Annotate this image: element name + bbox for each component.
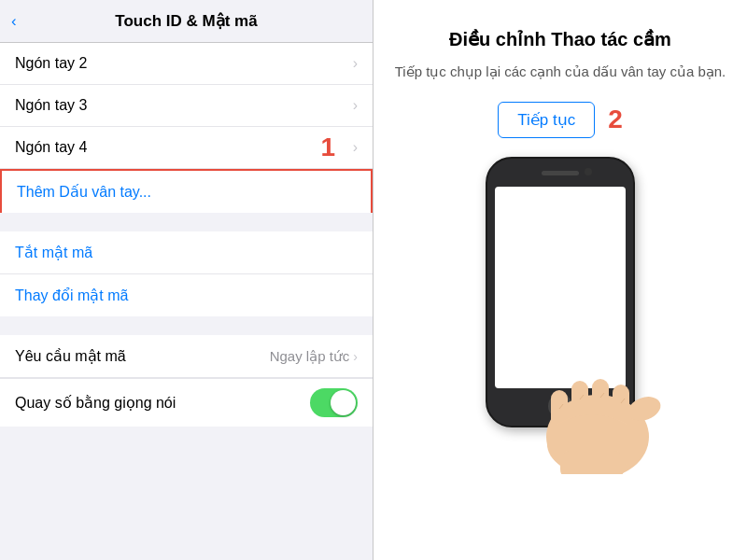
toggle-knob [331, 390, 356, 415]
chevron-icon-2: › [353, 55, 358, 72]
continue-button[interactable]: Tiếp tục [498, 102, 595, 138]
left-panel: ‹ Touch ID & Mật mã Ngón tay 2 › Ngón ta… [0, 0, 374, 560]
fingerprint-item-2[interactable]: Ngón tay 2 › [0, 43, 373, 85]
voice-dial-label: Quay số bằng giọng nói [15, 394, 176, 412]
fingerprint-label-4: Ngón tay 4 [15, 139, 87, 156]
change-passcode-item[interactable]: Thay đổi mật mã [0, 274, 373, 316]
fingerprint-section: Ngón tay 2 › Ngón tay 3 › Ngón tay 4 1 ›… [0, 43, 373, 213]
fingerprint-item-3[interactable]: Ngón tay 3 › [0, 85, 373, 127]
disable-passcode-label: Tắt mật mã [15, 244, 92, 261]
fingerprint-label-3: Ngón tay 3 [15, 97, 87, 114]
right-subtitle: Tiếp tục chụp lại các cạnh của dấu vân t… [395, 62, 726, 83]
nav-header: ‹ Touch ID & Mật mã [0, 0, 373, 43]
phone-camera [585, 168, 592, 175]
phone-illustration [458, 157, 663, 474]
voice-dial-toggle[interactable] [310, 388, 358, 417]
chevron-icon-3: › [353, 97, 358, 114]
fingerprint-item-4[interactable]: Ngón tay 4 1 › [0, 127, 373, 169]
voice-dial-item: Quay số bằng giọng nói [0, 378, 373, 427]
disable-passcode-item[interactable]: Tắt mật mã [0, 231, 373, 274]
right-panel: Điều chỉnh Thao tác cầm Tiếp tục chụp lạ… [374, 0, 747, 560]
change-passcode-label: Thay đổi mật mã [15, 287, 128, 304]
passcode-section: Tắt mật mã Thay đổi mật mã [0, 231, 373, 316]
page-title: Touch ID & Mật mã [115, 11, 257, 31]
section-gap-1 [0, 213, 373, 231]
chevron-icon-passreq: › [353, 349, 358, 364]
continue-wrapper: Tiếp tục 2 [498, 102, 623, 138]
phone-speaker [542, 171, 579, 175]
require-passcode-label: Yêu cầu mật mã [15, 347, 126, 365]
add-fingerprint-label: Thêm Dấu vân tay... [17, 183, 151, 201]
add-fingerprint-item[interactable]: Thêm Dấu vân tay... [0, 169, 373, 213]
require-passcode-value: Ngay lập tức [270, 348, 350, 365]
back-button[interactable]: ‹ [11, 12, 17, 31]
require-passcode-value-wrapper: Ngay lập tức › [270, 348, 358, 365]
number-badge-2: 2 [608, 105, 623, 134]
require-passcode-item[interactable]: Yêu cầu mật mã Ngay lập tức › [0, 335, 373, 378]
hand-svg [523, 287, 672, 474]
fingerprint-label-2: Ngón tay 2 [15, 55, 87, 72]
section-gap-2 [0, 316, 373, 335]
right-title: Điều chỉnh Thao tác cầm [449, 28, 671, 50]
svg-rect-7 [560, 451, 624, 474]
number-badge-1: 1 [320, 133, 335, 162]
chevron-icon-4: › [353, 139, 358, 156]
